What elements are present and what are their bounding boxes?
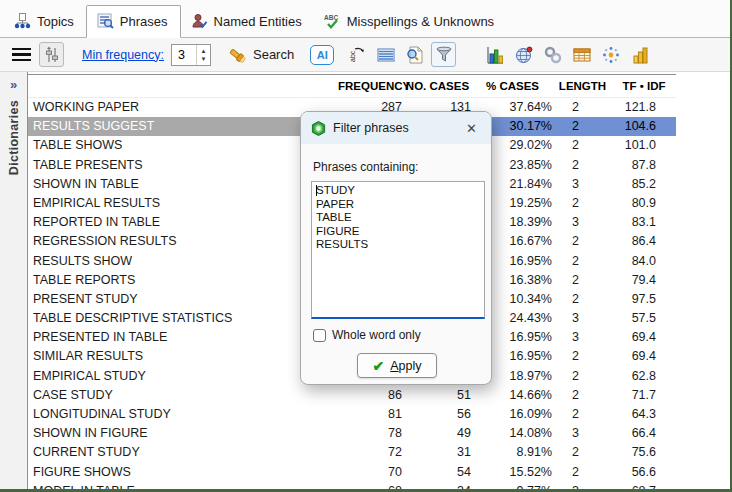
value-cell[interactable]: 3 (553, 175, 612, 194)
value-cell[interactable]: 56 (403, 405, 472, 424)
pct-cases-column-header[interactable]: % CASES (472, 75, 553, 98)
whole-word-option[interactable]: Whole word only (313, 328, 483, 342)
value-cell[interactable]: 87.8 (612, 156, 676, 175)
value-cell[interactable]: 2 (553, 271, 612, 290)
value-cell[interactable]: 68 (338, 482, 403, 489)
value-cell[interactable]: 54 (403, 463, 472, 482)
value-cell[interactable]: 49 (403, 424, 472, 443)
phrase-cell[interactable]: SHOWN IN TABLE (28, 175, 338, 194)
cases-column-header[interactable]: NO. CASES (403, 75, 472, 98)
phrase-cell[interactable]: PRESENTED IN TABLE (28, 328, 338, 347)
spin-up-icon[interactable]: ▲ (201, 48, 207, 54)
table-row[interactable]: CURRENT STUDY72318.91%275.6 (28, 443, 676, 462)
value-cell[interactable]: 2 (553, 405, 612, 424)
value-cell[interactable]: 51 (403, 386, 472, 405)
spin-down-icon[interactable]: ▼ (201, 56, 207, 62)
phrase-cell[interactable]: TABLE SHOWS (28, 136, 338, 155)
value-cell[interactable]: 2 (553, 443, 612, 462)
tab-named-entities[interactable]: Named Entities (181, 6, 314, 37)
phrase-cell[interactable]: MODEL IN TABLE (28, 482, 338, 489)
value-cell[interactable]: 64.3 (612, 405, 676, 424)
keyword-context-button[interactable] (402, 42, 427, 67)
phrase-cell[interactable]: FIGURE SHOWS (28, 463, 338, 482)
table-row[interactable]: SHOWN IN FIGURE784914.08%366.4 (28, 424, 676, 443)
value-cell[interactable]: 2 (553, 386, 612, 405)
stemming-button[interactable]: abc (344, 42, 369, 67)
value-cell[interactable]: 69.4 (612, 347, 676, 366)
phrase-cell[interactable]: TABLE PRESENTS (28, 156, 338, 175)
value-cell[interactable]: 62.8 (612, 367, 676, 386)
value-cell[interactable]: 83.1 (612, 213, 676, 232)
phrase-cell[interactable]: EMPIRICAL STUDY (28, 367, 338, 386)
value-cell[interactable]: 66.4 (612, 424, 676, 443)
close-icon[interactable]: ✕ (462, 119, 481, 138)
phrase-cell[interactable]: CURRENT STUDY (28, 443, 338, 462)
value-cell[interactable]: 16.09% (472, 405, 553, 424)
min-frequency-value[interactable]: 3 (172, 45, 196, 65)
sidebar-item-dictionaries[interactable]: Dictionaries (7, 100, 21, 175)
value-cell[interactable]: 3 (553, 309, 612, 328)
menu-icon[interactable] (12, 48, 31, 62)
value-cell[interactable]: 86 (338, 386, 403, 405)
value-cell[interactable]: 101.0 (612, 136, 676, 155)
table-row[interactable]: LONGITUDINAL STUDY815616.09%264.3 (28, 405, 676, 424)
value-cell[interactable]: 2 (553, 194, 612, 213)
value-cell[interactable]: 34 (403, 482, 472, 489)
value-cell[interactable]: 3 (553, 213, 612, 232)
value-cell[interactable]: 8.91% (472, 443, 553, 462)
phrases-textarea[interactable]: STUDY PAPER TABLE FIGURE RESULTS (311, 181, 485, 319)
value-cell[interactable]: 78 (338, 424, 403, 443)
value-cell[interactable]: 68.7 (612, 482, 676, 489)
phrase-cell[interactable]: TABLE DESCRIPTIVE STATISTICS (28, 309, 338, 328)
value-cell[interactable]: 80.9 (612, 194, 676, 213)
value-cell[interactable]: 2 (553, 290, 612, 309)
phrase-cell[interactable]: EMPIRICAL RESULTS (28, 194, 338, 213)
globe-pin-button[interactable] (511, 42, 536, 67)
phrase-cell[interactable]: SHOWN IN FIGURE (28, 424, 338, 443)
min-frequency-input[interactable]: 3 ▲ ▼ (171, 44, 211, 66)
phrase-cell[interactable]: REPORTED IN TABLE (28, 213, 338, 232)
phrase-cell[interactable]: TABLE REPORTS (28, 271, 338, 290)
value-cell[interactable]: 72 (338, 443, 403, 462)
tab-phrases[interactable]: Phrases (86, 5, 181, 38)
value-cell[interactable]: 3 (553, 424, 612, 443)
tab-topics[interactable]: Topics (4, 6, 86, 37)
value-cell[interactable]: 121.8 (612, 98, 676, 117)
value-cell[interactable]: 97.5 (612, 290, 676, 309)
correspondence-button[interactable] (598, 42, 623, 67)
min-frequency-label[interactable]: Min frequency: (82, 48, 164, 62)
min-frequency-spinner[interactable]: ▲ ▼ (196, 45, 210, 65)
ai-button[interactable]: AI (310, 45, 334, 65)
value-cell[interactable]: 56.6 (612, 463, 676, 482)
frequency-column-header[interactable]: FREQUENCY (338, 75, 403, 98)
sliders-button[interactable] (39, 42, 64, 67)
phrase-cell[interactable]: PRESENT STUDY (28, 290, 338, 309)
table-row[interactable]: CASE STUDY865114.66%271.7 (28, 386, 676, 405)
table-row[interactable]: FIGURE SHOWS705415.52%256.6 (28, 463, 676, 482)
value-cell[interactable]: 2 (553, 232, 612, 251)
filter-funnel-button[interactable] (431, 42, 456, 67)
table-row[interactable]: MODEL IN TABLE68349.77%368.7 (28, 482, 676, 489)
value-cell[interactable]: 3 (553, 328, 612, 347)
value-cell[interactable]: 2 (553, 156, 612, 175)
expand-panel-icon[interactable]: » (10, 77, 17, 92)
whole-word-checkbox[interactable] (313, 329, 326, 342)
value-cell[interactable]: 104.6 (612, 117, 676, 136)
dialog-title-bar[interactable]: Filter phrases ✕ (301, 112, 491, 144)
value-cell[interactable]: 2 (553, 347, 612, 366)
value-cell[interactable]: 14.08% (472, 424, 553, 443)
value-cell[interactable]: 81 (338, 405, 403, 424)
value-cell[interactable]: 2 (553, 117, 612, 136)
length-column-header[interactable]: LENGTH (553, 75, 612, 98)
phrase-cell[interactable]: LONGITUDINAL STUDY (28, 405, 338, 424)
phrase-column-header[interactable] (28, 75, 338, 98)
value-cell[interactable]: 70 (338, 463, 403, 482)
frequency-list-button[interactable] (373, 42, 398, 67)
value-cell[interactable]: 2 (553, 136, 612, 155)
crosstab-button[interactable] (569, 42, 594, 67)
phrase-cell[interactable]: REGRESSION RESULTS (28, 232, 338, 251)
value-cell[interactable]: 75.6 (612, 443, 676, 462)
value-cell[interactable]: 57.5 (612, 309, 676, 328)
value-cell[interactable]: 31 (403, 443, 472, 462)
value-cell[interactable]: 69.4 (612, 328, 676, 347)
